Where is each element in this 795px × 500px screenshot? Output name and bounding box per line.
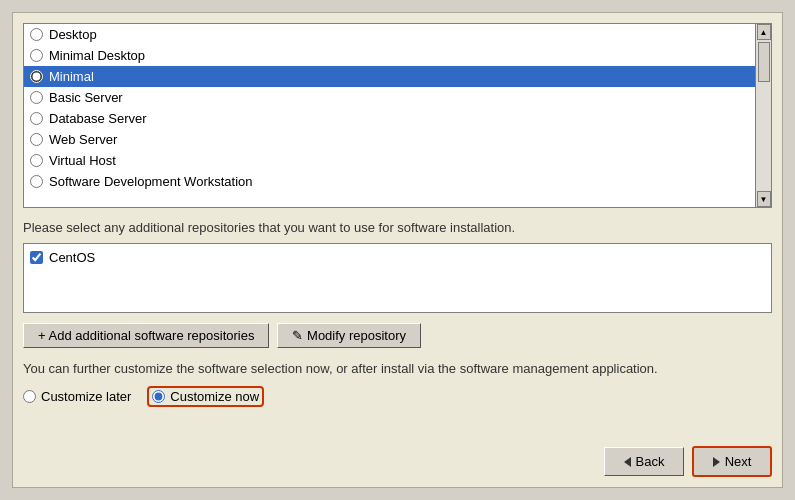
scrollbar-up-button[interactable]: ▲ xyxy=(757,24,771,40)
list-item[interactable]: Minimal Desktop xyxy=(24,45,755,66)
next-arrow-icon xyxy=(713,457,720,467)
scrollbar-thumb[interactable] xyxy=(758,42,770,82)
customize-now-label: Customize now xyxy=(170,389,259,404)
repositories-box: CentOS xyxy=(23,243,772,313)
install-type-label: Software Development Workstation xyxy=(49,174,253,189)
customize-now-highlight: Customize now xyxy=(147,386,264,407)
install-type-radio[interactable] xyxy=(30,70,43,83)
back-label: Back xyxy=(636,454,665,469)
customize-later-label: Customize later xyxy=(41,389,131,404)
customize-later-radio[interactable] xyxy=(23,390,36,403)
customize-description: You can further customize the software s… xyxy=(23,360,772,378)
install-type-label: Desktop xyxy=(49,27,97,42)
list-item[interactable]: Software Development Workstation xyxy=(24,171,755,192)
install-type-radio[interactable] xyxy=(30,154,43,167)
install-type-radio[interactable] xyxy=(30,28,43,41)
install-type-radio[interactable] xyxy=(30,49,43,62)
scrollbar: ▲ ▼ xyxy=(755,24,771,207)
repo-buttons-row: + Add additional software repositories ✎… xyxy=(23,323,772,348)
customize-section: You can further customize the software s… xyxy=(23,360,772,407)
list-item[interactable]: Basic Server xyxy=(24,87,755,108)
main-container: DesktopMinimal DesktopMinimalBasic Serve… xyxy=(12,12,783,488)
scrollbar-down-button[interactable]: ▼ xyxy=(757,191,771,207)
customize-now-radio[interactable] xyxy=(152,390,165,403)
install-type-radio[interactable] xyxy=(30,133,43,146)
back-button[interactable]: Back xyxy=(604,447,684,476)
customize-later-option[interactable]: Customize later xyxy=(23,389,131,404)
next-button[interactable]: Next xyxy=(692,446,772,477)
install-type-radio[interactable] xyxy=(30,112,43,125)
list-item[interactable]: Database Server xyxy=(24,108,755,129)
repositories-label: Please select any additional repositorie… xyxy=(23,220,772,235)
install-type-label: Database Server xyxy=(49,111,147,126)
modify-repo-button[interactable]: ✎ Modify repository xyxy=(277,323,421,348)
install-type-label: Web Server xyxy=(49,132,117,147)
repo-centos-checkbox[interactable] xyxy=(30,251,43,264)
install-type-list-inner: DesktopMinimal DesktopMinimalBasic Serve… xyxy=(24,24,771,192)
list-item[interactable]: Minimal xyxy=(24,66,755,87)
list-item[interactable]: Desktop xyxy=(24,24,755,45)
customize-options-row: Customize later Customize now xyxy=(23,386,772,407)
scrollbar-track xyxy=(757,40,771,191)
back-arrow-icon xyxy=(624,457,631,467)
install-type-radio[interactable] xyxy=(30,91,43,104)
install-type-label: Virtual Host xyxy=(49,153,116,168)
repo-centos-item: CentOS xyxy=(30,250,765,265)
install-type-list-container: DesktopMinimal DesktopMinimalBasic Serve… xyxy=(23,23,772,208)
install-type-radio[interactable] xyxy=(30,175,43,188)
customize-now-option[interactable]: Customize now xyxy=(152,389,259,404)
install-type-label: Minimal Desktop xyxy=(49,48,145,63)
next-label: Next xyxy=(725,454,752,469)
repo-centos-label: CentOS xyxy=(49,250,95,265)
navigation-row: Back Next xyxy=(23,440,772,477)
add-repo-button[interactable]: + Add additional software repositories xyxy=(23,323,269,348)
list-item[interactable]: Web Server xyxy=(24,129,755,150)
install-type-list: DesktopMinimal DesktopMinimalBasic Serve… xyxy=(24,24,755,192)
list-item[interactable]: Virtual Host xyxy=(24,150,755,171)
install-type-label: Minimal xyxy=(49,69,94,84)
install-type-label: Basic Server xyxy=(49,90,123,105)
